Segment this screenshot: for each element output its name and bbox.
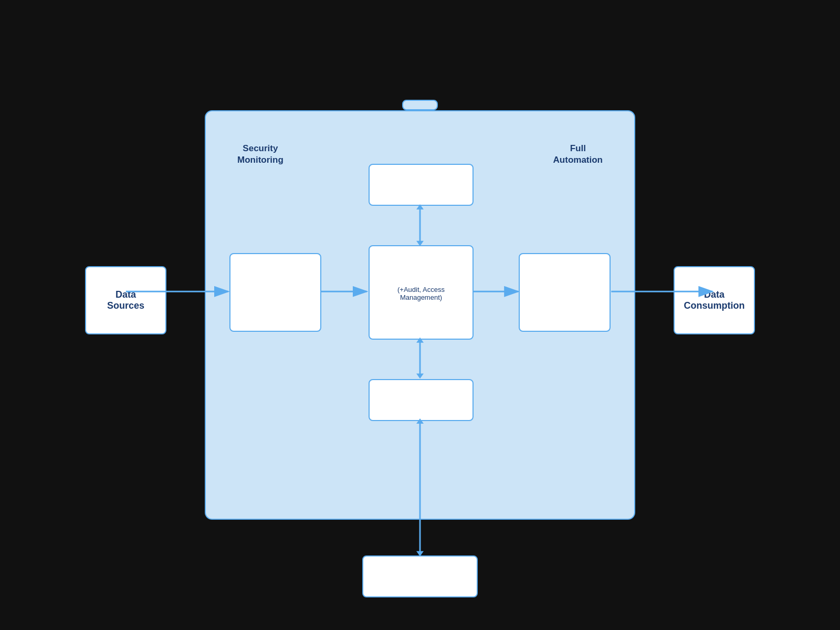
data-consumption-title: DataConsumption [684, 289, 745, 311]
applications-box [369, 379, 474, 421]
full-automation-label: FullAutomation [553, 143, 603, 166]
third-party-box [362, 555, 478, 597]
diagram-wrapper: SecurityMonitoring FullAutomation (+Audi… [26, 52, 814, 578]
keboola-title [402, 100, 438, 110]
storage-box: (+Audit, AccessManagement) [369, 245, 474, 340]
keboola-connection-box: SecurityMonitoring FullAutomation (+Audi… [205, 110, 635, 520]
security-monitoring-label: SecurityMonitoring [237, 143, 284, 166]
extractors-box [229, 253, 321, 332]
arrowhead-down-apps [416, 373, 424, 379]
data-sources-title: DataSources [107, 289, 144, 311]
data-consumption-box: DataConsumption [674, 266, 755, 334]
data-sources-box: DataSources [85, 266, 166, 334]
writers-box [519, 253, 611, 332]
transformations-box [369, 164, 474, 206]
storage-subtitle: (+Audit, AccessManagement) [397, 286, 445, 301]
